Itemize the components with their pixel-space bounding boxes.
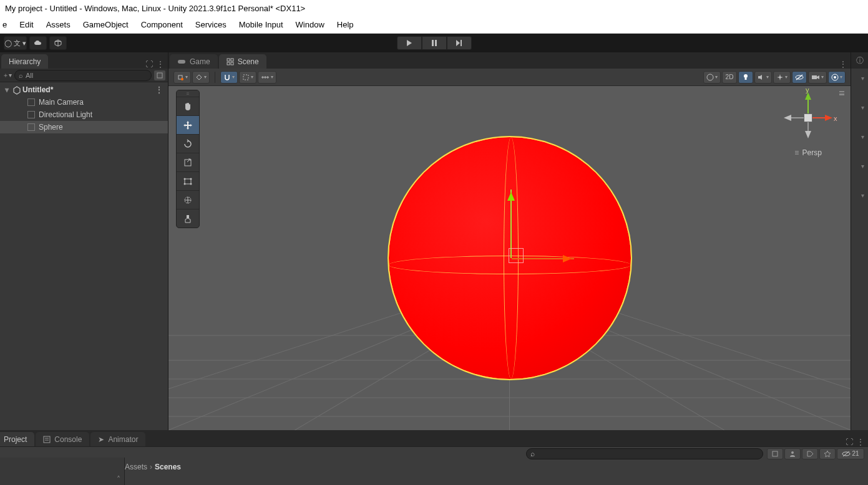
svg-rect-47 <box>44 436 50 443</box>
lock-icon[interactable]: ⛶ <box>846 438 853 446</box>
menu-item-edit[interactable]: Edit <box>13 17 39 32</box>
chevron-down-icon[interactable]: ▾ <box>857 75 868 82</box>
breadcrumb-scenes[interactable]: Scenes <box>155 463 181 471</box>
hierarchy-tab-label: Hierarchy <box>9 57 41 66</box>
gameobject-icon <box>27 98 35 106</box>
type-filter[interactable] <box>802 448 818 459</box>
panel-menu-icon[interactable]: ⋮ <box>157 60 164 69</box>
search-text: All <box>26 72 33 79</box>
scale-tool[interactable] <box>177 153 199 171</box>
scene-tab-label: Scene <box>238 57 259 66</box>
lock-icon[interactable]: ⛶ <box>145 60 153 69</box>
filter-icon <box>157 72 163 79</box>
scene-tools-overlay[interactable]: ≡ <box>176 90 200 228</box>
project-tab[interactable]: Project <box>0 432 34 446</box>
game-tab[interactable]: Game <box>170 54 218 69</box>
chevron-down-icon[interactable]: ▾ <box>857 104 868 111</box>
inspector-info-icon[interactable]: ⓘ <box>851 52 868 69</box>
menu-item-services[interactable]: Services <box>189 17 233 32</box>
draw-mode-button[interactable] <box>703 71 721 84</box>
panel-menu-icon[interactable]: ⋮ <box>839 60 847 69</box>
svg-point-39 <box>184 178 186 180</box>
menu-item-help[interactable]: Help <box>331 17 360 32</box>
svg-rect-1 <box>435 40 437 46</box>
create-dropdown[interactable]: ＋▾ <box>2 71 12 80</box>
svg-rect-7 <box>227 62 230 65</box>
scene-viewport[interactable]: ≡ <box>168 86 851 430</box>
scale-icon <box>183 158 193 168</box>
hand-tool[interactable] <box>177 97 199 115</box>
pause-icon <box>431 39 437 47</box>
package-button[interactable] <box>49 36 67 50</box>
hierarchy-tab[interactable]: Hierarchy <box>1 54 48 69</box>
pause-button[interactable] <box>422 36 447 50</box>
favorites-filter[interactable] <box>784 448 801 459</box>
gizmo-center[interactable] <box>804 113 812 122</box>
project-search[interactable]: ⌕ <box>526 448 763 459</box>
gizmos-toggle[interactable] <box>828 71 846 84</box>
cloud-button[interactable] <box>29 36 47 50</box>
hierarchy-item-light[interactable]: Directional Light <box>0 108 168 121</box>
expand-tree-icon[interactable]: ˄ <box>117 475 120 484</box>
pivot-rotation-button[interactable] <box>192 71 210 84</box>
console-tab[interactable]: Console <box>36 432 89 446</box>
hand-icon <box>183 102 193 112</box>
custom-tool[interactable] <box>177 209 199 228</box>
hidden-count-button[interactable]: 21 <box>837 448 864 459</box>
orientation-gizmo[interactable]: y x ≡ Persp <box>771 90 846 171</box>
panel-menu-icon[interactable]: ⋮ <box>857 438 864 446</box>
pivot-mode-button[interactable] <box>173 71 191 84</box>
camera-icon <box>811 74 820 80</box>
menu-item-window[interactable]: Window <box>290 17 331 32</box>
menu-item-file[interactable]: e <box>2 17 13 32</box>
menu-item-assets[interactable]: Assets <box>40 17 77 32</box>
project-folder-tree[interactable]: ˄ <box>0 458 125 485</box>
hierarchy-item-label: Main Camera <box>39 98 84 107</box>
menu-item-gameobject[interactable]: GameObject <box>77 17 135 32</box>
shaded-icon <box>706 74 714 81</box>
move-tool[interactable] <box>177 115 199 134</box>
expand-toggle[interactable]: ▾ <box>2 85 11 94</box>
hierarchy-item-camera[interactable]: Main Camera <box>0 96 168 108</box>
menu-item-component[interactable]: Component <box>135 17 189 32</box>
scene-row[interactable]: ▾ Untitled* ⋮ <box>0 84 168 96</box>
scene-tab[interactable]: Scene <box>219 54 266 69</box>
chevron-down-icon[interactable]: ▾ <box>857 133 868 140</box>
2d-toggle[interactable]: 2D <box>722 71 737 84</box>
transform-tool[interactable] <box>177 190 199 209</box>
audio-toggle[interactable] <box>754 71 772 84</box>
grid-snap-button[interactable] <box>220 71 238 84</box>
svg-rect-38 <box>185 179 191 184</box>
xy-plane-handle[interactable] <box>509 248 524 263</box>
grid-visual-button[interactable] <box>258 71 276 84</box>
chevron-down-icon[interactable]: ▾ <box>857 192 868 199</box>
menu-item-mobileinput[interactable]: Mobile Input <box>233 17 290 32</box>
svg-rect-3 <box>157 73 162 78</box>
snap-increment-button[interactable] <box>239 71 256 84</box>
audio-icon <box>758 74 765 80</box>
fx-toggle[interactable] <box>773 71 791 84</box>
visibility-toggle[interactable] <box>792 71 807 84</box>
rect-tool[interactable] <box>177 171 199 190</box>
scene-view-panel: Game Scene ⋮ <box>168 52 851 430</box>
overlay-drag-handle[interactable]: ≡ <box>177 90 199 97</box>
play-button[interactable] <box>397 36 422 50</box>
camera-button[interactable] <box>808 71 827 84</box>
search-scope-button[interactable] <box>767 448 783 459</box>
star-filter[interactable] <box>819 448 836 459</box>
chevron-down-icon[interactable]: ▾ <box>857 163 868 170</box>
account-button[interactable]: ◯ 文 ▾ <box>4 36 27 50</box>
projection-label[interactable]: ≡ Persp <box>771 148 846 157</box>
rotate-tool[interactable] <box>177 134 199 153</box>
step-button[interactable] <box>447 36 472 50</box>
search-filter-button[interactable] <box>154 70 165 80</box>
inspector-collapsed[interactable]: ⓘ ▾ ▾ ▾ ▾ ▾ <box>851 52 868 430</box>
animator-tab[interactable]: ➤ Animator <box>90 432 145 446</box>
unity-logo-icon <box>12 86 20 94</box>
lighting-toggle[interactable] <box>738 71 753 84</box>
breadcrumb-assets[interactable]: Assets <box>125 463 147 471</box>
x-axis-label: x <box>834 115 837 122</box>
scene-context-menu[interactable]: ⋮ <box>155 85 168 95</box>
hierarchy-search[interactable]: ⌕ All <box>14 70 152 81</box>
hierarchy-item-sphere[interactable]: Sphere <box>0 121 168 133</box>
